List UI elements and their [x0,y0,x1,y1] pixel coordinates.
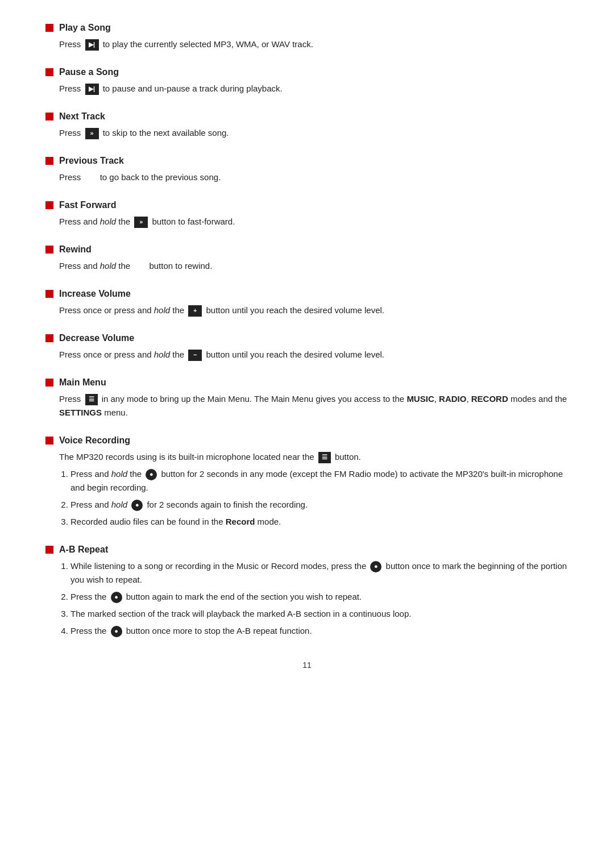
volume-up-icon: + [188,305,202,317]
section-body-fast-forward: Press and hold the » button to fast-forw… [59,215,569,229]
bullet-icon [45,68,53,76]
ab-repeat-list: While listening to a song or recording i… [70,559,569,638]
pause-button-icon: ▶| [85,84,99,95]
title-text: Decrease Volume [59,333,134,343]
section-body-rewind: Press and hold the button to rewind. [59,259,569,273]
section-title-decrease-volume: Decrease Volume [45,333,569,343]
bullet-icon [45,334,53,342]
title-text: Previous Track [59,156,124,166]
ab-icon-2: ● [111,592,122,603]
list-item: Press and hold the ● button for 2 second… [70,467,569,495]
title-text: Voice Recording [59,435,130,446]
section-main-menu: Main Menu Press ☰ in any mode to bring u… [45,377,569,420]
record-icon-1: ● [146,469,157,480]
ab-icon-1: ● [370,561,381,572]
list-item: The marked section of the track will pla… [70,607,569,621]
menu-icon: ☰ [85,394,98,405]
bullet-icon [45,437,53,445]
title-text: Increase Volume [59,289,131,299]
record-icon-2: ● [131,500,143,511]
bullet-icon [45,113,53,121]
section-body-ab-repeat: While listening to a song or recording i… [59,559,569,638]
bullet-icon [45,24,53,32]
section-title-increase-volume: Increase Volume [45,289,569,299]
section-title-pause-a-song: Pause a Song [45,67,569,77]
section-ab-repeat: A-B Repeat While listening to a song or … [45,545,569,638]
section-title-voice-recording: Voice Recording [45,435,569,446]
section-fast-forward: Fast Forward Press and hold the » button… [45,200,569,229]
list-item: Recorded audio files can be found in the… [70,515,569,529]
fast-forward-icon: » [134,217,148,228]
title-text: Next Track [59,111,105,122]
bullet-icon [45,201,53,209]
section-body-play-a-song: Press ▶| to play the currently selected … [59,38,569,51]
section-title-previous-track: Previous Track [45,156,569,166]
title-text: Fast Forward [59,200,116,210]
title-text: Play a Song [59,23,111,33]
section-title-fast-forward: Fast Forward [45,200,569,210]
voice-recording-list: Press and hold the ● button for 2 second… [70,467,569,529]
list-item: Press the ● button again to mark the end… [70,590,569,604]
title-text: Main Menu [59,377,106,388]
section-body-main-menu: Press ☰ in any mode to bring up the Main… [59,392,569,420]
list-item: While listening to a song or recording i… [70,559,569,587]
title-text: A-B Repeat [59,545,108,555]
bullet-icon [45,546,53,554]
list-item: Press and hold ● for 2 seconds again to … [70,498,569,512]
ab-icon-3: ● [111,626,122,637]
next-track-icon: » [85,128,99,139]
section-title-play-a-song: Play a Song [45,23,569,33]
play-button-icon: ▶| [85,39,99,51]
section-rewind: Rewind Press and hold the button to rewi… [45,244,569,273]
menu-icon-2: ☰ [318,452,331,463]
section-body-voice-recording: The MP320 records using is its built-in … [59,450,569,529]
section-body-increase-volume: Press once or press and hold the + butto… [59,304,569,317]
section-title-ab-repeat: A-B Repeat [45,545,569,555]
title-text: Pause a Song [59,67,119,77]
section-body-decrease-volume: Press once or press and hold the − butto… [59,348,569,362]
section-pause-a-song: Pause a Song Press ▶| to pause and un-pa… [45,67,569,95]
bullet-icon [45,290,53,298]
section-title-next-track: Next Track [45,111,569,122]
section-title-main-menu: Main Menu [45,377,569,388]
section-body-pause-a-song: Press ▶| to pause and un-pause a track d… [59,82,569,95]
section-next-track: Next Track Press » to skip to the next a… [45,111,569,140]
section-previous-track: Previous Track Press to go back to the p… [45,156,569,184]
list-item: Press the ● button once more to stop the… [70,624,569,638]
bullet-icon [45,246,53,254]
section-voice-recording: Voice Recording The MP320 records using … [45,435,569,529]
title-text: Rewind [59,244,92,255]
section-decrease-volume: Decrease Volume Press once or press and … [45,333,569,362]
section-body-previous-track: Press to go back to the previous song. [59,171,569,184]
section-play-a-song: Play a Song Press ▶| to play the current… [45,23,569,51]
page-number: 11 [45,661,569,670]
bullet-icon [45,379,53,387]
section-body-next-track: Press » to skip to the next available so… [59,126,569,140]
bullet-icon [45,157,53,165]
section-increase-volume: Increase Volume Press once or press and … [45,289,569,317]
volume-down-icon: − [188,350,202,361]
section-title-rewind: Rewind [45,244,569,255]
